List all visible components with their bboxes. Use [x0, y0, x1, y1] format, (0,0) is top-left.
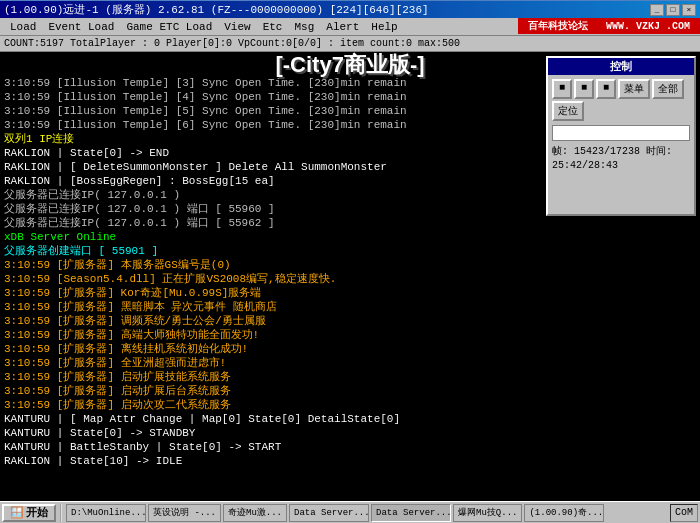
ctrl-btn-1[interactable]: ■	[552, 79, 572, 99]
minimize-button[interactable]: _	[650, 4, 664, 16]
log-line: 3:10:59 [Season5.4.dll] 正在扩服VS2008编写,稳定速…	[4, 272, 696, 286]
taskbar-item-4[interactable]: Data Server...	[289, 504, 369, 522]
ctrl-btn-all[interactable]: 全部	[652, 79, 684, 99]
ctrl-btn-locate[interactable]: 定位	[552, 101, 584, 121]
log-line: KANTURU | [ Map Attr Change | Map[0] Sta…	[4, 412, 696, 426]
log-line: 父服务器创建端口 [ 55901 ]	[4, 244, 696, 258]
control-status-line1: 帧: 15423/17238 时间: 25:42/28:43	[552, 145, 690, 173]
top-logo: 百年科技论坛 WWW. VZKJ .COM	[518, 18, 700, 34]
log-line: 父服务器已连接IP( 127.0.0.1 ) 端口 [ 55962 ]	[4, 216, 696, 230]
log-line: 3:10:59 [扩服务器] 调频系统/勇士公会/勇士属服	[4, 314, 696, 328]
control-buttons: ■ ■ ■ 菜单 全部 定位	[552, 79, 690, 121]
menu-etc[interactable]: Etc	[257, 20, 289, 34]
log-line: xDB Server Online	[4, 230, 696, 244]
log-line: 3:10:59 [扩服务器] 全亚洲超强而进虑市!	[4, 356, 696, 370]
close-button[interactable]: ×	[682, 4, 696, 16]
log-line: 3:10:59 [扩服务器] 黑暗脚本 异次元事件 随机商店	[4, 300, 696, 314]
taskbar-item-2[interactable]: 英设说明 -...	[148, 504, 221, 522]
control-panel: 控制 ■ ■ ■ 菜单 全部 定位 帧: 15423/17238 时间: 25:…	[546, 56, 696, 216]
control-status: 帧: 15423/17238 时间: 25:42/28:43	[552, 145, 690, 173]
title-bar: (1.00.90)远进-1 (服务器) 2.62.81 (FZ---000000…	[0, 0, 700, 18]
taskbar-item-1[interactable]: D:\MuOnline...	[66, 504, 146, 522]
menu-help[interactable]: Help	[365, 20, 403, 34]
taskbar-item-6[interactable]: 爆网Mu技Q...	[453, 504, 522, 522]
logo-text: 百年科技论坛 WWW. VZKJ .COM	[522, 18, 696, 34]
taskbar-item-7[interactable]: (1.00.90)奇...	[524, 504, 604, 522]
menu-msg[interactable]: Msg	[288, 20, 320, 34]
log-line: 3:10:59 [扩服务器] 启动次攻二代系统服务	[4, 398, 696, 412]
log-line: 3:10:59 [扩服务器] 启动扩展技能系统服务	[4, 370, 696, 384]
status-bar: COUNT:5197 TotalPlayer : 0 Player[0]:0 V…	[0, 36, 700, 52]
taskbar: 🪟 开始 D:\MuOnline... 英设说明 -... 奇迹Mu激... D…	[0, 501, 700, 523]
log-line: KANTURU | BattleStanby | State[0] -> STA…	[4, 440, 696, 454]
log-line: KANTURU | State[0] -> STANDBY	[4, 426, 696, 440]
start-label: 开始	[26, 505, 48, 520]
title-text: (1.00.90)远进-1 (服务器) 2.62.81 (FZ---000000…	[4, 2, 429, 17]
log-line: RAKLION | State[10] -> IDLE	[4, 454, 696, 468]
control-body: ■ ■ ■ 菜单 全部 定位 帧: 15423/17238 时间: 25:42/…	[548, 75, 694, 177]
menu-bar: Load Event Load Game ETC Load View Etc M…	[0, 18, 700, 36]
window-buttons: _ □ ×	[650, 4, 696, 16]
main-area: [-City7商业版-] 3:10:59 [Illusion Temple] […	[0, 52, 700, 501]
menu-load[interactable]: Load	[4, 20, 42, 34]
control-input[interactable]	[552, 125, 690, 141]
separator	[60, 504, 62, 522]
log-line: 3:10:59 [扩服务器] Kor奇迹[Mu.0.99S]服务端	[4, 286, 696, 300]
start-button[interactable]: 🪟 开始	[2, 504, 56, 522]
ctrl-btn-2[interactable]: ■	[574, 79, 594, 99]
control-title: 控制	[548, 58, 694, 75]
log-line: 3:10:59 [扩服务器] 离线挂机系统初始化成功!	[4, 342, 696, 356]
status-text: COUNT:5197 TotalPlayer : 0 Player[0]:0 V…	[4, 38, 460, 49]
taskbar-clock: CoM	[670, 504, 698, 522]
log-line: 3:10:59 [扩服务器] 启动扩展后台系统服务	[4, 384, 696, 398]
menu-event-load[interactable]: Event Load	[42, 20, 120, 34]
log-line: 3:10:59 [扩服务器] 高端大师独特功能全面发功!	[4, 328, 696, 342]
ctrl-btn-3[interactable]: ■	[596, 79, 616, 99]
menu-alert[interactable]: Alert	[320, 20, 365, 34]
taskbar-item-3[interactable]: 奇迹Mu激...	[223, 504, 287, 522]
menu-game-etc-load[interactable]: Game ETC Load	[120, 20, 218, 34]
menu-view[interactable]: View	[218, 20, 256, 34]
maximize-button[interactable]: □	[666, 4, 680, 16]
clock-text: CoM	[675, 507, 693, 518]
ctrl-btn-menu[interactable]: 菜单	[618, 79, 650, 99]
taskbar-item-5[interactable]: Data Server...	[371, 504, 451, 522]
start-icon: 🪟	[10, 506, 24, 519]
log-line: 3:10:59 [扩服务器] 本服务器GS编号是(0)	[4, 258, 696, 272]
